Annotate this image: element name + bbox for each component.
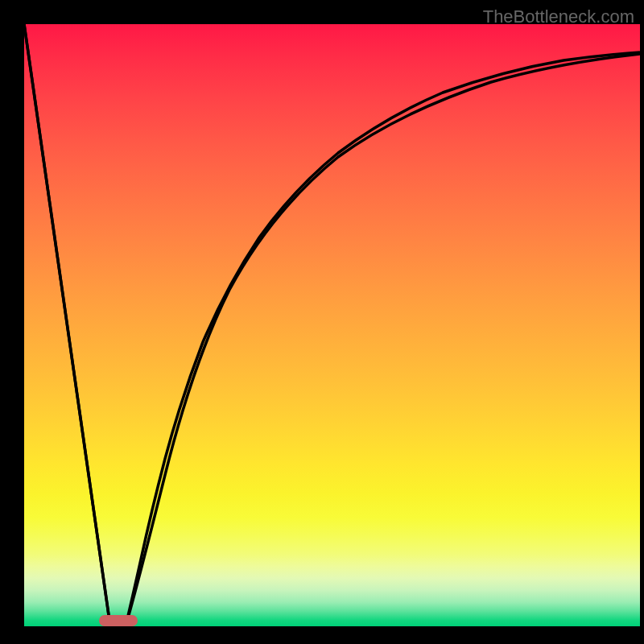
right-curve	[126, 52, 640, 626]
watermark-text: TheBottleneck.com	[483, 6, 634, 27]
chart-curves	[24, 24, 640, 626]
frame-left	[0, 0, 24, 644]
left-line	[24, 24, 110, 626]
chart-container: TheBottleneck.com	[0, 0, 644, 644]
curve-path	[24, 24, 640, 626]
frame-right	[640, 0, 644, 644]
bottleneck-marker	[99, 615, 138, 626]
frame-bottom	[0, 626, 644, 644]
